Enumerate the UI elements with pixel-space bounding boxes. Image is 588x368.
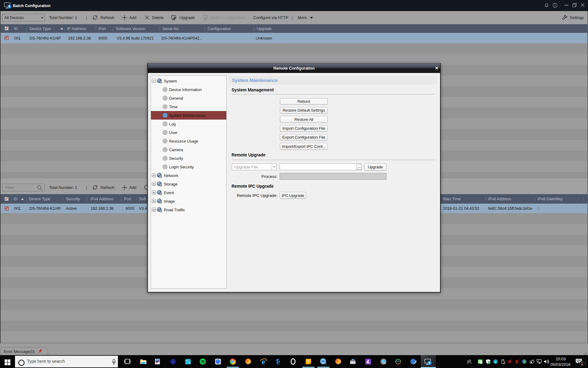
svg-text:e: e (495, 360, 496, 363)
svg-text:1: 1 (581, 362, 583, 366)
svg-text:SysTweak: SysTweak (366, 363, 370, 365)
